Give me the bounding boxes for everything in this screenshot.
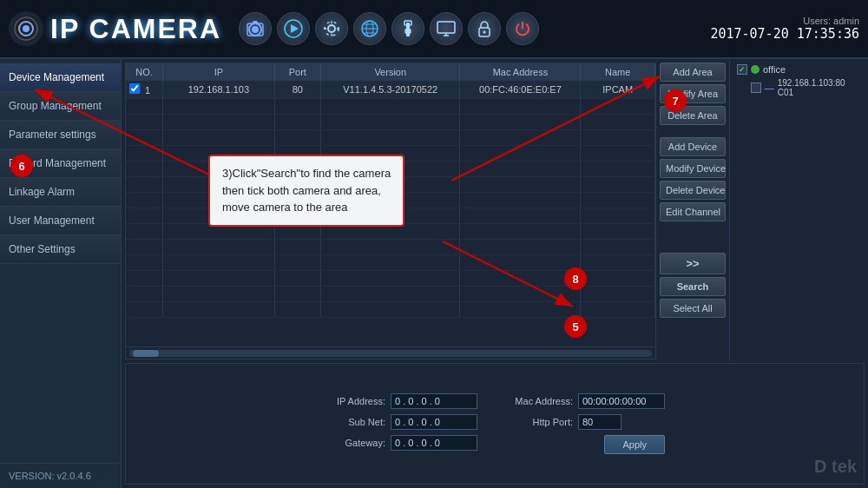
- delete-device-button[interactable]: Delete Device: [660, 181, 726, 200]
- app-title: IP CAMERA: [50, 13, 221, 45]
- ip-label: IP Address:: [325, 396, 385, 406]
- delete-area-button[interactable]: Delete Area: [660, 106, 726, 125]
- table-scroll[interactable]: NO. IP Port Version Mac Address Name: [126, 63, 655, 346]
- sidebar-item-record-management[interactable]: Record Management: [0, 149, 121, 178]
- subnet-input[interactable]: [391, 414, 477, 430]
- add-area-button[interactable]: Add Area: [660, 63, 726, 82]
- users-label: Users: admin: [710, 16, 859, 26]
- table-row: [126, 115, 655, 130]
- col-mac: Mac Address: [460, 63, 581, 81]
- cell-version: V11.1.4.5.3-20170522: [321, 81, 460, 99]
- col-port: Port: [274, 63, 320, 81]
- sub-area-label: 192.168.1.103:80 C01: [778, 78, 861, 97]
- bottom-form: IP Address: Sub Net: Gateway: Mac Addres…: [325, 393, 665, 454]
- gateway-input[interactable]: [391, 435, 477, 451]
- sidebar-item-parameter-settings[interactable]: Parameter settings: [0, 121, 121, 149]
- toolbar-play-btn[interactable]: [277, 12, 310, 45]
- main-layout: Device Management Group Management Param…: [0, 59, 868, 488]
- select-all-button[interactable]: Select All: [660, 299, 726, 318]
- add-device-button[interactable]: Add Device: [660, 137, 726, 156]
- mac-input[interactable]: [578, 393, 665, 409]
- table-row: [126, 302, 655, 318]
- svg-point-9: [325, 22, 339, 36]
- svg-marker-7: [291, 24, 299, 33]
- table-row: [126, 146, 655, 162]
- svg-point-22: [483, 31, 485, 34]
- http-label: Http Port:: [512, 417, 573, 427]
- table-row: [126, 177, 655, 193]
- cell-port: 80: [274, 81, 320, 99]
- sidebar-item-user-management[interactable]: User Management: [0, 207, 121, 235]
- svg-rect-18: [437, 22, 455, 33]
- device-table-container: NO. IP Port Version Mac Address Name: [125, 63, 656, 359]
- http-port-input[interactable]: [578, 414, 621, 430]
- toolbar-monitor-btn[interactable]: [430, 12, 463, 45]
- app-logo: IP CAMERA: [9, 11, 221, 46]
- sidebar-item-device-management[interactable]: Device Management: [0, 63, 121, 92]
- area-status-dot: [751, 65, 760, 74]
- table-row: [126, 255, 655, 271]
- toolbar-globe-btn[interactable]: [353, 12, 386, 45]
- table-row: [126, 271, 655, 287]
- sub-area-checkbox[interactable]: [751, 82, 761, 93]
- apply-button[interactable]: Apply: [604, 435, 665, 454]
- cell-ip: 192.168.1.103: [163, 81, 274, 99]
- action-buttons-panel: Add Area Modify Area Delete Area Add Dev…: [660, 59, 729, 361]
- cell-no: 1: [126, 81, 163, 99]
- area-label-office: office: [763, 64, 786, 75]
- table-row: [126, 224, 655, 240]
- svg-point-2: [23, 25, 30, 32]
- datetime-display: 2017-07-20 17:35:36: [710, 26, 859, 42]
- sidebar-item-linkage-alarm[interactable]: Linkage Alarm: [0, 178, 121, 207]
- toolbar-icons: [239, 12, 539, 45]
- hscroll-thumb: [133, 350, 159, 357]
- toolbar-camera-btn[interactable]: [239, 12, 272, 45]
- edit-channel-button[interactable]: Edit Channel: [660, 202, 726, 221]
- mac-row: Mac Address:: [512, 393, 665, 409]
- table-row: 1 192.168.1.103 80 V11.1.4.5.3-20170522 …: [126, 81, 655, 99]
- table-row: [126, 99, 655, 115]
- cell-name: IPCAM: [581, 81, 655, 99]
- toolbar-power-btn[interactable]: [506, 12, 539, 45]
- table-row: [126, 162, 655, 177]
- ip-input[interactable]: [391, 393, 477, 409]
- gateway-label: Gateway:: [325, 438, 385, 448]
- row-checkbox[interactable]: [129, 83, 140, 94]
- area-tree-panel: ✓ office — 192.168.1.103:80 C01: [729, 59, 868, 361]
- apply-row: Apply: [512, 435, 665, 454]
- form-right: Mac Address: Http Port: Apply: [512, 393, 665, 454]
- hscroll-track: [129, 350, 652, 357]
- sub-area-item[interactable]: — 192.168.1.103:80 C01: [733, 76, 865, 99]
- toolbar-lock-btn[interactable]: [468, 12, 501, 45]
- col-name: Name: [581, 63, 655, 81]
- toolbar-config-btn[interactable]: [391, 12, 424, 45]
- camera-logo-icon: [9, 11, 43, 46]
- table-row: [126, 287, 655, 302]
- modify-area-button[interactable]: Modify Area: [660, 84, 726, 103]
- nav-forward-button[interactable]: >>: [660, 253, 726, 274]
- ip-address-row: IP Address:: [325, 393, 477, 409]
- table-hscroll[interactable]: [126, 346, 655, 359]
- svg-point-8: [328, 25, 335, 32]
- content-area: NO. IP Port Version Mac Address Name: [122, 59, 868, 488]
- table-row: [126, 193, 655, 208]
- sidebar-item-other-settings[interactable]: Other Settings: [0, 235, 121, 264]
- version-label: VERSION: v2.0.4.6: [0, 463, 121, 488]
- watermark: D tek: [814, 457, 857, 477]
- area-item-office[interactable]: ✓ office: [733, 63, 865, 76]
- bottom-info-section: IP Address: Sub Net: Gateway: Mac Addres…: [125, 363, 865, 485]
- area-checkbox-office[interactable]: ✓: [737, 64, 747, 75]
- form-left: IP Address: Sub Net: Gateway:: [325, 393, 477, 451]
- table-section: NO. IP Port Version Mac Address Name: [122, 59, 868, 361]
- sidebar: Device Management Group Management Param…: [0, 59, 122, 488]
- col-ip: IP: [163, 63, 274, 81]
- cell-mac: 00:FC:46:0E:E0:E7: [460, 81, 581, 99]
- toolbar-settings-btn[interactable]: [315, 12, 348, 45]
- search-button[interactable]: Search: [660, 277, 726, 296]
- sub-area-icon: —: [765, 82, 774, 93]
- modify-device-button[interactable]: Modify Device: [660, 159, 726, 178]
- subnet-label: Sub Net:: [325, 417, 385, 427]
- sidebar-item-group-management[interactable]: Group Management: [0, 92, 121, 121]
- mac-label: Mac Address:: [512, 396, 573, 406]
- table-row: [126, 130, 655, 146]
